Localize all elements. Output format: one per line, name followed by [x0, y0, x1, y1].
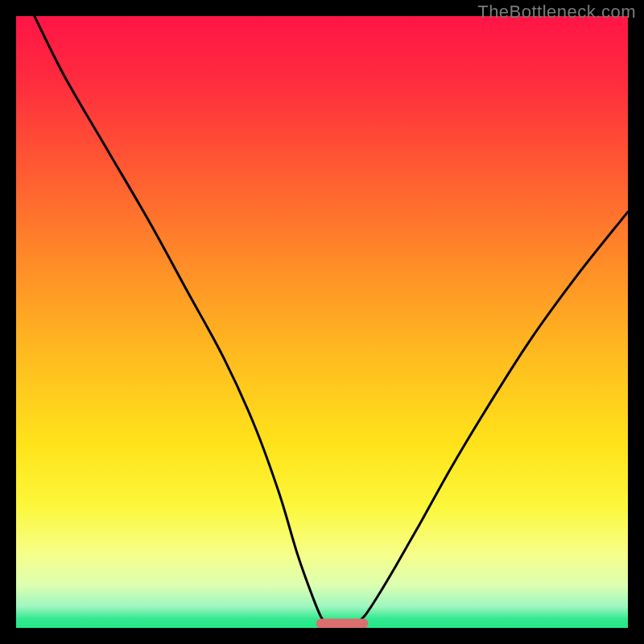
plot-area	[16, 16, 628, 628]
watermark-text: TheBottleneck.com	[477, 2, 636, 23]
heat-gradient-background	[16, 16, 628, 628]
optimum-marker	[316, 619, 369, 628]
bottleneck-curve-chart	[16, 16, 628, 628]
chart-frame: TheBottleneck.com	[0, 0, 644, 644]
